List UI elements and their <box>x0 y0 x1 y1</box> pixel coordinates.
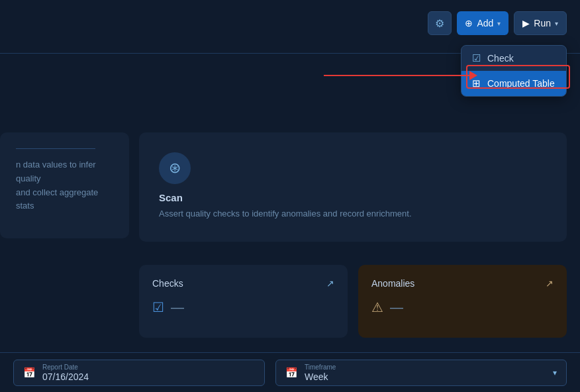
arrow-line <box>324 75 469 76</box>
report-date-calendar-icon: 📅 <box>23 367 36 379</box>
anomalies-card: Anomalies ↗ ⚠ — <box>358 265 567 338</box>
report-date-value: 07/16/2024 <box>42 371 89 382</box>
left-card-line2: and collect aggregate stats <box>16 186 113 214</box>
gear-button[interactable]: ⚙ <box>428 11 452 35</box>
left-card-divider <box>16 148 95 149</box>
anomalies-value-row: ⚠ — <box>371 299 554 315</box>
report-date-label: Report Date <box>42 364 89 371</box>
bottom-bar: 📅 Report Date 07/16/2024 📅 Timeframe Wee… <box>0 352 580 392</box>
run-button[interactable]: ▶ Run ▾ <box>514 11 567 35</box>
arrow-head <box>469 71 477 80</box>
check-icon: ☑ <box>472 52 481 64</box>
scan-card-description: Assert quality checks to identify anomal… <box>159 207 547 220</box>
run-label: Run <box>534 18 551 28</box>
arrow-annotation <box>324 71 477 80</box>
timeframe-value: Week <box>305 371 336 382</box>
add-chevron-icon: ▾ <box>497 20 501 27</box>
add-label: Add <box>477 18 493 28</box>
anomalies-label: Anomalies <box>371 278 414 289</box>
checks-check-icon: ☑ <box>152 299 164 315</box>
checks-value-row: ☑ — <box>152 299 334 315</box>
anomalies-arrow-icon[interactable]: ↗ <box>546 278 554 289</box>
toolbar: ⚙ ⊕ Add ▾ ▶ Run ▾ <box>0 0 580 46</box>
stats-row: Checks ↗ ☑ — Anomalies ↗ ⚠ — <box>139 265 567 338</box>
checks-value: — <box>171 300 184 315</box>
anomalies-value: — <box>390 300 403 315</box>
left-card-text: n data values to infer quality and colle… <box>16 158 113 213</box>
anomalies-header: Anomalies ↗ <box>371 278 554 289</box>
checks-label: Checks <box>152 278 183 289</box>
dropdown-computed-table-label: Computed Table <box>487 78 555 89</box>
checks-card: Checks ↗ ☑ — <box>139 265 348 338</box>
timeframe-calendar-icon: 📅 <box>285 367 298 379</box>
stats-section: Checks ↗ ☑ — Anomalies ↗ ⚠ — <box>0 265 580 338</box>
run-chevron-icon: ▾ <box>555 20 558 27</box>
dropdown-check-label: Check <box>487 53 514 64</box>
scan-icon: ⊛ <box>169 160 181 177</box>
anomalies-warn-icon: ⚠ <box>371 299 383 315</box>
scan-icon-wrap: ⊛ <box>159 152 191 184</box>
timeframe-label: Timeframe <box>305 364 336 371</box>
timeframe-field[interactable]: 📅 Timeframe Week ▾ <box>275 360 567 386</box>
add-button[interactable]: ⊕ Add ▾ <box>457 11 508 35</box>
left-card-line1: n data values to infer quality <box>16 158 113 186</box>
timeframe-chevron-icon: ▾ <box>553 368 557 377</box>
scan-card: ⊛ Scan Assert quality checks to identify… <box>139 132 567 242</box>
run-play-icon: ▶ <box>522 18 530 28</box>
main-content: n data values to infer quality and colle… <box>0 46 580 392</box>
report-date-col: Report Date 07/16/2024 <box>42 364 89 382</box>
left-partial-card: n data values to infer quality and colle… <box>0 132 129 238</box>
checks-arrow-icon[interactable]: ↗ <box>326 278 334 289</box>
add-plus-icon: ⊕ <box>465 18 473 28</box>
timeframe-col: Timeframe Week <box>305 364 336 382</box>
dropdown-item-check[interactable]: ☑ Check <box>461 46 566 71</box>
report-date-field[interactable]: 📅 Report Date 07/16/2024 <box>13 360 265 386</box>
checks-header: Checks ↗ <box>152 278 334 289</box>
scan-card-title: Scan <box>159 192 547 203</box>
